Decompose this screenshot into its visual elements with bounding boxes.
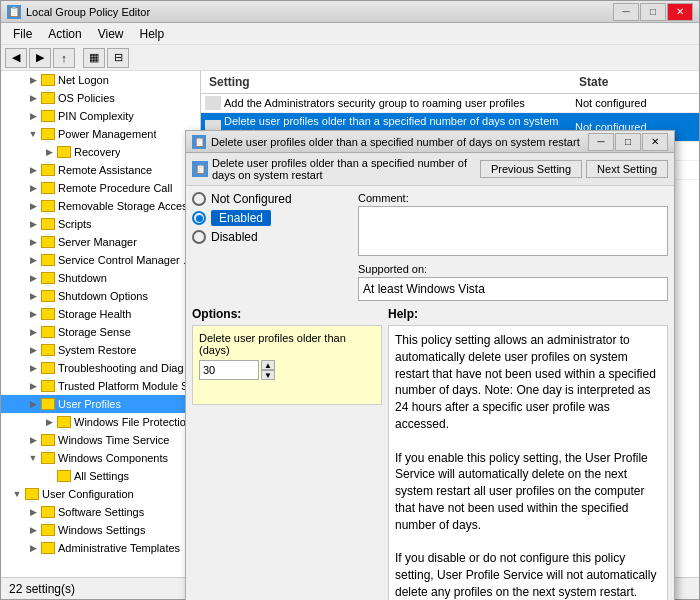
options-input-row: ▲ ▼ <box>199 360 375 380</box>
spin-up-button[interactable]: ▲ <box>261 360 275 370</box>
dialog-nav: 📋 Delete user profiles older than a spec… <box>186 153 674 186</box>
spin-button: ▲ ▼ <box>261 360 275 380</box>
comment-input[interactable] <box>358 206 668 256</box>
days-input[interactable] <box>199 360 259 380</box>
radio-enabled[interactable]: Enabled <box>192 210 352 226</box>
options-help-area: Options: Delete user profiles older than… <box>186 307 674 600</box>
radio-circle-checked <box>192 211 206 225</box>
dialog-right-panel: Comment: Supported on: At least Windows … <box>358 192 668 301</box>
radio-circle <box>192 192 206 206</box>
radio-label: Disabled <box>211 230 258 244</box>
dialog-content: Not Configured Enabled Disabled Comment: <box>186 186 674 307</box>
dialog: 📋 Delete user profiles older than a spec… <box>185 130 675 600</box>
supported-section: Supported on: At least Windows Vista <box>358 263 668 301</box>
radio-circle <box>192 230 206 244</box>
comment-section: Comment: <box>358 192 668 259</box>
next-setting-button[interactable]: Next Setting <box>586 160 668 178</box>
options-title: Options: <box>192 307 382 321</box>
dialog-overlay: 📋 Delete user profiles older than a spec… <box>0 0 700 600</box>
radio-label-enabled: Enabled <box>211 210 271 226</box>
options-box: Delete user profiles older than (days) ▲… <box>192 325 382 405</box>
dialog-maximize[interactable]: □ <box>615 133 641 151</box>
comment-label: Comment: <box>358 192 668 204</box>
supported-value: At least Windows Vista <box>358 277 668 301</box>
help-title: Help: <box>388 307 668 321</box>
help-content: This policy setting allows an administra… <box>395 333 656 599</box>
help-section: Help: This policy setting allows an admi… <box>388 307 668 600</box>
dialog-title: Delete user profiles older than a specif… <box>211 136 588 148</box>
dialog-nav-title: Delete user profiles older than a specif… <box>212 157 476 181</box>
help-text: This policy setting allows an administra… <box>388 325 668 600</box>
dialog-title-bar: 📋 Delete user profiles older than a spec… <box>186 131 674 153</box>
radio-not-configured[interactable]: Not Configured <box>192 192 352 206</box>
dialog-nav-icon: 📋 <box>192 161 208 177</box>
prev-setting-button[interactable]: Previous Setting <box>480 160 582 178</box>
dialog-controls: ─ □ ✕ <box>588 133 668 151</box>
spin-down-button[interactable]: ▼ <box>261 370 275 380</box>
options-field-label: Delete user profiles older than (days) <box>199 332 375 356</box>
dialog-left-panel: Not Configured Enabled Disabled <box>192 192 352 301</box>
dialog-icon: 📋 <box>192 135 206 149</box>
options-section: Options: Delete user profiles older than… <box>192 307 382 600</box>
radio-group: Not Configured Enabled Disabled <box>192 192 352 244</box>
radio-disabled[interactable]: Disabled <box>192 230 352 244</box>
dialog-close[interactable]: ✕ <box>642 133 668 151</box>
supported-label: Supported on: <box>358 263 668 275</box>
radio-label: Not Configured <box>211 192 292 206</box>
dialog-minimize[interactable]: ─ <box>588 133 614 151</box>
